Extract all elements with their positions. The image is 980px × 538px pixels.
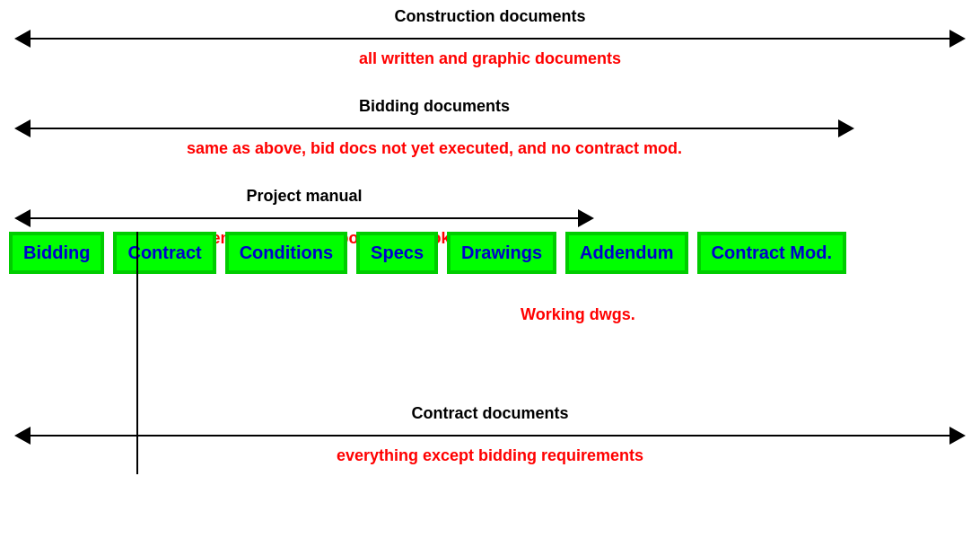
box-addendum: Addendum xyxy=(565,232,687,274)
diagram: Construction documents all written and g… xyxy=(0,0,980,538)
bidding-docs-section: Bidding documents same as above, bid doc… xyxy=(14,97,854,158)
contract-docs-arrow xyxy=(14,427,966,445)
contract-docs-section: Contract documents everything except bid… xyxy=(14,404,966,465)
construction-docs-section: Construction documents all written and g… xyxy=(14,7,966,68)
contract-docs-label: Contract documents xyxy=(14,404,966,423)
bidding-docs-label: Bidding documents xyxy=(14,97,854,116)
project-manual-label: Project manual xyxy=(14,187,594,206)
box-conditions: Conditions xyxy=(225,232,347,274)
project-manual-arrow xyxy=(14,209,594,227)
contract-docs-sublabel: everything except bidding requirements xyxy=(14,446,966,465)
box-contract-mod: Contract Mod. xyxy=(697,232,846,274)
box-drawings: Drawings xyxy=(447,232,556,274)
construction-docs-label: Construction documents xyxy=(14,7,966,26)
construction-docs-sublabel: all written and graphic documents xyxy=(14,49,966,68)
boxes-row: Bidding Contract Conditions Specs Drawin… xyxy=(9,232,971,274)
box-specs: Specs xyxy=(356,232,438,274)
working-dwgs-label: Working dwgs. xyxy=(521,305,635,324)
bidding-docs-arrow xyxy=(14,119,854,137)
bidding-docs-sublabel: same as above, bid docs not yet executed… xyxy=(14,139,854,158)
construction-docs-arrow xyxy=(14,30,966,48)
box-bidding: Bidding xyxy=(9,232,104,274)
box-contract: Contract xyxy=(113,232,215,274)
